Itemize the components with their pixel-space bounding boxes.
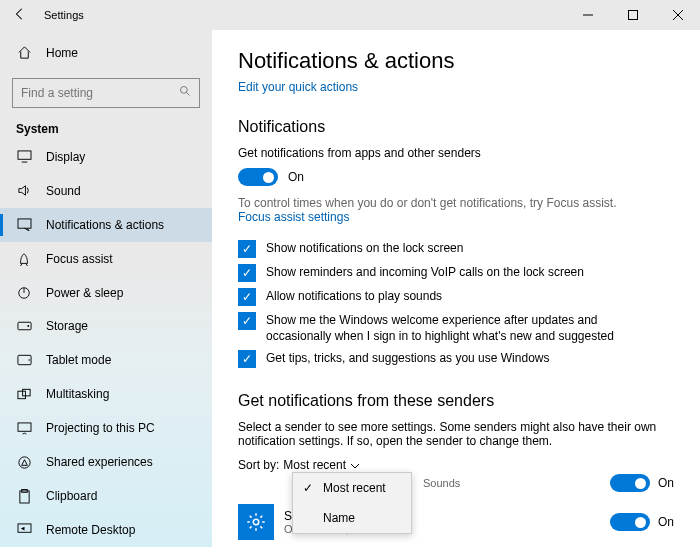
sidebar-item-label: Home (46, 46, 78, 60)
sidebar-section-header: System (0, 116, 212, 140)
search-box[interactable] (12, 78, 200, 108)
sidebar-item-label: Projecting to this PC (46, 421, 155, 435)
sidebar-item-focus-assist[interactable]: Focus assist (0, 242, 212, 276)
check-label: Get tips, tricks, and suggestions as you… (266, 350, 549, 366)
svg-rect-17 (18, 423, 31, 431)
svg-point-22 (253, 520, 259, 526)
svg-rect-1 (628, 11, 637, 20)
sidebar-home[interactable]: Home (0, 36, 212, 70)
checkbox[interactable]: ✓ (238, 264, 256, 282)
sidebar-item-projecting[interactable]: Projecting to this PC (0, 411, 212, 445)
sidebar-item-label: Display (46, 150, 85, 164)
svg-point-4 (181, 87, 188, 94)
svg-point-12 (27, 325, 29, 327)
svg-rect-16 (22, 390, 30, 397)
sidebar: Home System Display Sound Notifications … (0, 30, 212, 547)
sidebar-item-label: Remote Desktop (46, 523, 135, 537)
shared-icon (16, 454, 32, 470)
sidebar-item-tablet[interactable]: Tablet mode (0, 343, 212, 377)
sidebar-item-sound[interactable]: Sound (0, 174, 212, 208)
sidebar-item-label: Focus assist (46, 252, 113, 266)
notifications-toggle[interactable] (238, 168, 278, 186)
sort-dropdown: ✓Most recent Name (292, 472, 412, 534)
sidebar-item-remote[interactable]: Remote Desktop (0, 513, 212, 547)
notifications-icon (16, 217, 32, 233)
sidebar-item-label: Storage (46, 319, 88, 333)
sort-button[interactable]: Most recent (283, 458, 360, 472)
app-sub: Sounds (423, 477, 460, 489)
sidebar-item-label: Notifications & actions (46, 218, 164, 232)
home-icon (16, 45, 32, 61)
tablet-icon (16, 352, 32, 368)
checkbox[interactable]: ✓ (238, 240, 256, 258)
projecting-icon (16, 420, 32, 436)
sidebar-item-label: Tablet mode (46, 353, 111, 367)
dropdown-item-name[interactable]: Name (293, 503, 411, 533)
sidebar-item-clipboard[interactable]: Clipboard (0, 479, 212, 513)
check-label: Allow notifications to play sounds (266, 288, 442, 304)
focus-assist-link[interactable]: Focus assist settings (238, 210, 349, 224)
svg-line-5 (187, 93, 190, 96)
app-toggle[interactable] (610, 474, 650, 492)
quick-actions-link[interactable]: Edit your quick actions (238, 80, 358, 94)
checkbox[interactable]: ✓ (238, 288, 256, 306)
search-input[interactable] (21, 86, 179, 100)
check-label: Show reminders and incoming VoIP calls o… (266, 264, 584, 280)
svg-rect-6 (18, 151, 31, 159)
notif-desc: Get notifications from apps and other se… (238, 146, 674, 160)
window-title: Settings (40, 9, 565, 21)
remote-icon (16, 522, 32, 538)
page-title: Notifications & actions (238, 48, 674, 74)
power-icon (16, 285, 32, 301)
maximize-button[interactable] (610, 0, 655, 30)
focus-hint: To control times when you do or don't ge… (238, 196, 674, 210)
minimize-button[interactable] (565, 0, 610, 30)
sidebar-item-shared[interactable]: Shared experiences (0, 445, 212, 479)
search-icon (179, 85, 191, 100)
toggle-label: On (288, 170, 304, 184)
content-pane: Notifications & actions Edit your quick … (212, 30, 700, 547)
sidebar-item-label: Power & sleep (46, 286, 123, 300)
close-button[interactable] (655, 0, 700, 30)
sidebar-item-multitasking[interactable]: Multitasking (0, 377, 212, 411)
sort-label: Sort by: (238, 458, 279, 472)
svg-rect-8 (18, 219, 31, 228)
display-icon (16, 149, 32, 165)
sidebar-item-notifications[interactable]: Notifications & actions (0, 208, 212, 242)
gear-icon (238, 504, 274, 540)
section-senders: Get notifications from these senders (238, 392, 674, 410)
senders-desc: Select a sender to see more settings. So… (238, 420, 658, 448)
check-label: Show me the Windows welcome experience a… (266, 312, 658, 344)
sidebar-item-label: Multitasking (46, 387, 109, 401)
clipboard-icon (16, 488, 32, 504)
check-icon: ✓ (303, 481, 315, 495)
sidebar-item-label: Sound (46, 184, 81, 198)
storage-icon (16, 318, 32, 334)
titlebar: Settings (0, 0, 700, 30)
sidebar-item-label: Clipboard (46, 489, 97, 503)
svg-point-18 (18, 456, 29, 467)
multitasking-icon (16, 386, 32, 402)
chevron-down-icon (350, 458, 360, 472)
sidebar-item-storage[interactable]: Storage (0, 309, 212, 343)
app-toggle[interactable] (610, 513, 650, 531)
dropdown-item-most-recent[interactable]: ✓Most recent (293, 473, 411, 503)
sidebar-item-display[interactable]: Display (0, 140, 212, 174)
focus-icon (16, 251, 32, 267)
sidebar-item-power[interactable]: Power & sleep (0, 276, 212, 310)
checkbox[interactable]: ✓ (238, 312, 256, 330)
sound-icon (16, 183, 32, 199)
sidebar-item-label: Shared experiences (46, 455, 153, 469)
section-notifications: Notifications (238, 118, 674, 136)
svg-point-14 (28, 360, 30, 362)
back-button[interactable] (0, 7, 40, 24)
checkbox[interactable]: ✓ (238, 350, 256, 368)
svg-rect-15 (17, 391, 25, 399)
check-label: Show notifications on the lock screen (266, 240, 463, 256)
